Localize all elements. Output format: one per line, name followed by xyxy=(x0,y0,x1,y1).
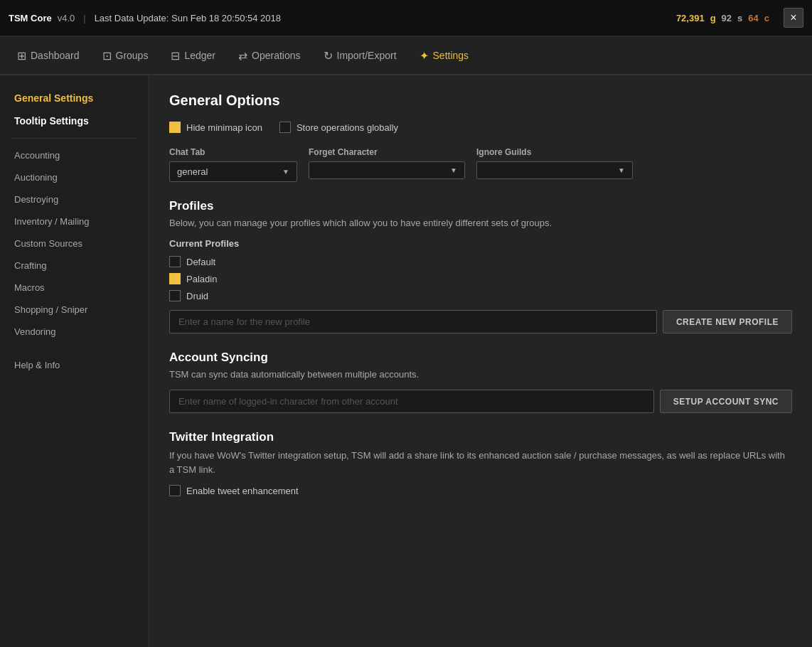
nav-operations-label: Operations xyxy=(252,50,300,61)
copper-amount: 64 xyxy=(748,13,758,23)
main-layout: General Settings Tooltip Settings Accoun… xyxy=(0,75,812,647)
nav-ledger-label: Ledger xyxy=(184,50,215,61)
profile-item-druid: Druid xyxy=(169,290,792,301)
sidebar-item-shopping-sniper[interactable]: Shopping / Sniper xyxy=(0,299,148,321)
profiles-section: Profiles Below, you can manage your prof… xyxy=(169,199,792,333)
sidebar-item-crafting[interactable]: Crafting xyxy=(0,255,148,277)
hide-minimap-checkbox[interactable] xyxy=(169,122,181,133)
chat-tab-group: Chat Tab general ▼ xyxy=(169,147,297,182)
nav-groups[interactable]: ⊡ Groups xyxy=(91,41,160,70)
enable-tweet-label: Enable tweet enhancement xyxy=(186,486,299,496)
dropdowns-row: Chat Tab general ▼ Forget Character ▼ Ig… xyxy=(169,147,792,182)
profiles-title: Profiles xyxy=(169,199,792,213)
gold-amount: 72,391 xyxy=(676,13,705,23)
sidebar-item-inventory-mailing[interactable]: Inventory / Mailing xyxy=(0,210,148,232)
forget-character-label: Forget Character xyxy=(309,147,465,157)
nav-groups-label: Groups xyxy=(116,50,149,61)
sidebar-item-auctioning[interactable]: Auctioning xyxy=(0,166,148,188)
twitter-description: If you have WoW's Twitter integration se… xyxy=(169,449,792,476)
data-update-label: Last Data Update: Sun Feb 18 20:50:54 20… xyxy=(95,13,281,23)
account-sync-section: Account Syncing TSM can sync data automa… xyxy=(169,351,792,413)
store-globally-checkbox[interactable] xyxy=(279,122,291,133)
content-area: General Options Hide minimap icon Store … xyxy=(149,75,812,647)
new-profile-input[interactable] xyxy=(169,310,657,333)
ignore-guilds-label: Ignore Guilds xyxy=(476,147,633,157)
store-globally-label: Store operations globally xyxy=(297,122,398,133)
nav-importexport-label: Import/Export xyxy=(337,50,397,61)
enable-tweet-checkbox[interactable] xyxy=(169,485,181,496)
ignore-guilds-arrow: ▼ xyxy=(618,166,625,174)
dashboard-icon: ⊞ xyxy=(17,49,26,63)
sidebar: General Settings Tooltip Settings Accoun… xyxy=(0,75,149,647)
importexport-icon: ↻ xyxy=(324,49,333,63)
sidebar-general-settings[interactable]: General Settings xyxy=(0,87,148,109)
setup-account-sync-button[interactable]: SETUP ACCOUNT SYNC xyxy=(660,390,792,413)
profile-default-label: Default xyxy=(186,257,215,267)
forget-character-arrow: ▼ xyxy=(450,166,457,174)
profile-paladin-label: Paladin xyxy=(186,274,217,284)
ignore-guilds-group: Ignore Guilds ▼ xyxy=(476,147,633,182)
groups-icon: ⊡ xyxy=(102,49,112,63)
nav-settings[interactable]: ✦ Settings xyxy=(408,41,481,70)
current-profiles-label: Current Profiles xyxy=(169,238,792,249)
ledger-icon: ⊟ xyxy=(171,49,180,63)
copper-suffix: c xyxy=(764,13,769,23)
twitter-title: Twitter Integration xyxy=(169,430,792,444)
gold-suffix: g xyxy=(710,13,716,23)
sidebar-item-vendoring[interactable]: Vendoring xyxy=(0,321,148,343)
profile-druid-checkbox[interactable] xyxy=(169,290,181,301)
separator: | xyxy=(83,13,85,23)
create-profile-button[interactable]: CREATE NEW PROFILE xyxy=(663,310,792,333)
new-profile-row: CREATE NEW PROFILE xyxy=(169,310,792,333)
nav-settings-label: Settings xyxy=(433,50,469,61)
hide-minimap-label: Hide minimap icon xyxy=(186,122,262,133)
sidebar-item-custom-sources[interactable]: Custom Sources xyxy=(0,232,148,255)
profile-druid-label: Druid xyxy=(186,291,208,301)
sidebar-item-help-info[interactable]: Help & Info xyxy=(0,354,148,376)
sidebar-item-accounting[interactable]: Accounting xyxy=(0,144,148,166)
close-button[interactable]: × xyxy=(784,8,803,28)
operations-icon: ⇄ xyxy=(238,49,247,63)
silver-amount: 92 xyxy=(722,13,732,23)
nav-dashboard[interactable]: ⊞ Dashboard xyxy=(6,41,91,70)
account-sync-description: TSM can sync data automatically between … xyxy=(169,369,792,380)
title-bar-right: 72,391g 92s 64c × xyxy=(676,8,803,28)
ignore-guilds-select[interactable]: ▼ xyxy=(476,161,633,179)
title-bar-left: TSM Core v4.0 | Last Data Update: Sun Fe… xyxy=(9,13,281,23)
version-label: v4.0 xyxy=(58,13,75,23)
nav-bar: ⊞ Dashboard ⊡ Groups ⊟ Ledger ⇄ Operatio… xyxy=(0,37,812,75)
account-sync-title: Account Syncing xyxy=(169,351,792,365)
profile-paladin-checkbox[interactable] xyxy=(169,273,181,284)
sidebar-item-macros[interactable]: Macros xyxy=(0,277,148,299)
enable-tweet-option[interactable]: Enable tweet enhancement xyxy=(169,485,792,496)
nav-importexport[interactable]: ↻ Import/Export xyxy=(312,41,408,70)
page-title: General Options xyxy=(169,92,792,109)
profile-default-checkbox[interactable] xyxy=(169,256,181,267)
chat-tab-value: general xyxy=(177,166,208,177)
sidebar-spacer xyxy=(0,343,148,354)
options-row: Hide minimap icon Store operations globa… xyxy=(169,122,792,133)
nav-dashboard-label: Dashboard xyxy=(31,50,80,61)
nav-ledger[interactable]: ⊟ Ledger xyxy=(159,41,227,70)
account-sync-input[interactable] xyxy=(169,390,654,413)
title-bar: TSM Core v4.0 | Last Data Update: Sun Fe… xyxy=(0,0,812,37)
settings-icon: ✦ xyxy=(420,49,429,63)
account-sync-row: SETUP ACCOUNT SYNC xyxy=(169,390,792,413)
sidebar-tooltip-settings[interactable]: Tooltip Settings xyxy=(0,109,148,132)
profile-item-paladin: Paladin xyxy=(169,273,792,284)
chat-tab-label: Chat Tab xyxy=(169,147,297,157)
silver-suffix: s xyxy=(737,13,742,23)
forget-character-group: Forget Character ▼ xyxy=(309,147,465,182)
hide-minimap-option[interactable]: Hide minimap icon xyxy=(169,122,262,133)
profile-item-default: Default xyxy=(169,256,792,267)
twitter-section: Twitter Integration If you have WoW's Tw… xyxy=(169,430,792,496)
forget-character-select[interactable]: ▼ xyxy=(309,161,465,179)
chat-tab-select[interactable]: general ▼ xyxy=(169,161,297,182)
sidebar-item-destroying[interactable]: Destroying xyxy=(0,188,148,210)
store-globally-option[interactable]: Store operations globally xyxy=(279,122,398,133)
app-name: TSM Core xyxy=(9,13,52,23)
profiles-description: Below, you can manage your profiles whic… xyxy=(169,218,792,228)
chat-tab-arrow: ▼ xyxy=(282,168,289,176)
nav-operations[interactable]: ⇄ Operations xyxy=(227,41,311,70)
sidebar-divider xyxy=(11,138,137,139)
